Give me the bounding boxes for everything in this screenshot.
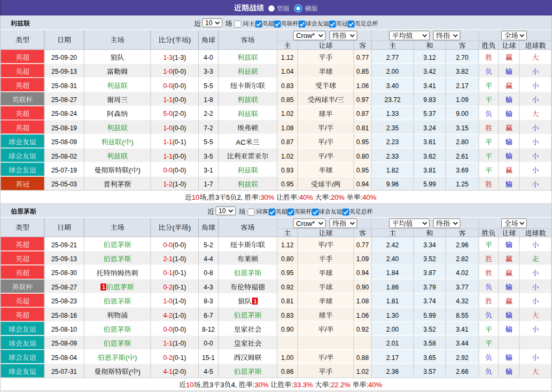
svg-text:0.94: 0.94	[356, 181, 369, 188]
svg-text:3.58: 3.58	[423, 340, 436, 347]
svg-text:(: (	[126, 354, 128, 362]
svg-text:0.95: 0.95	[281, 181, 294, 188]
svg-text:3: 3	[215, 193, 219, 201]
svg-text:3.61: 3.61	[423, 138, 436, 146]
svg-text:0.90: 0.90	[281, 326, 294, 333]
svg-text:23.72: 23.72	[385, 96, 401, 104]
svg-text:7-2: 7-2	[204, 124, 213, 132]
svg-text:1-1: 1-1	[163, 340, 173, 347]
svg-text:2.36: 2.36	[386, 368, 399, 375]
svg-text:2-1: 2-1	[163, 255, 173, 263]
svg-text:2.82: 2.82	[456, 255, 469, 263]
svg-text:): )	[189, 224, 191, 232]
svg-text:25-08-30: 25-08-30	[51, 269, 77, 277]
svg-text:0.83: 0.83	[281, 312, 294, 319]
svg-text:3.41: 3.41	[423, 82, 436, 90]
svg-text:6-7: 6-7	[204, 312, 213, 319]
svg-text:2.77: 2.77	[386, 54, 399, 61]
svg-text:(0-1): (0-1)	[173, 269, 186, 277]
svg-text:1-1: 1-1	[163, 96, 173, 104]
svg-text:(1-0): (1-0)	[173, 312, 186, 319]
svg-text:): )	[135, 354, 137, 362]
svg-text:40%: 40%	[362, 193, 376, 201]
svg-text:0.80: 0.80	[281, 255, 294, 263]
svg-text:0.88: 0.88	[356, 354, 369, 362]
svg-text:25-08-27: 25-08-27	[51, 284, 77, 291]
svg-text:25-07-31: 25-07-31	[51, 368, 77, 375]
svg-text:2.42: 2.42	[386, 241, 399, 249]
svg-text:4-0: 4-0	[204, 54, 213, 61]
svg-text:,: ,	[206, 193, 208, 201]
svg-text:(1-3): (1-3)	[173, 54, 186, 61]
svg-text:(1-0): (1-0)	[173, 297, 186, 305]
svg-text:3.79: 3.79	[423, 284, 436, 291]
svg-text:3.81: 3.81	[423, 167, 436, 174]
svg-text:3.40: 3.40	[386, 82, 399, 90]
svg-text:1.00: 1.00	[281, 354, 294, 362]
svg-text:8-3: 8-3	[204, 297, 213, 305]
svg-text:25-08-23: 25-08-23	[51, 297, 77, 305]
svg-text:0-0: 0-0	[163, 82, 173, 90]
svg-text:1-3: 1-3	[163, 54, 173, 61]
svg-text:(0-0): (0-0)	[173, 326, 186, 333]
svg-text:5-5: 5-5	[204, 138, 213, 146]
svg-text:1.84: 1.84	[386, 269, 399, 277]
svg-text:(0-1): (0-1)	[173, 138, 186, 146]
svg-text:/: /	[325, 138, 327, 146]
svg-text:1.04: 1.04	[281, 68, 294, 75]
svg-text:2.66: 2.66	[456, 368, 469, 375]
svg-text:): )	[138, 368, 141, 376]
svg-text:(0-0): (0-0)	[173, 241, 186, 249]
svg-text:(0-1): (0-1)	[173, 284, 186, 291]
svg-text:(0-1): (0-1)	[173, 354, 186, 362]
svg-text:1.08: 1.08	[356, 297, 369, 305]
svg-text:0.95: 0.95	[356, 167, 369, 174]
svg-text:1-0: 1-0	[163, 297, 173, 305]
svg-text:0.85: 0.85	[356, 68, 369, 75]
svg-text:Crow*: Crow*	[296, 219, 315, 228]
svg-text:40%: 40%	[299, 193, 313, 201]
svg-text:3.87: 3.87	[423, 269, 436, 277]
svg-text:20%: 20%	[331, 193, 345, 201]
svg-text:25-09-20: 25-09-20	[51, 54, 77, 61]
svg-text:2.17: 2.17	[386, 354, 399, 362]
svg-text:2.40: 2.40	[386, 255, 399, 263]
svg-text:0.80: 0.80	[356, 153, 369, 160]
svg-text:2.70: 2.70	[456, 54, 469, 61]
svg-text:1.30: 1.30	[386, 312, 399, 319]
svg-text:10: 10	[219, 207, 226, 215]
svg-text:8.55: 8.55	[456, 312, 469, 319]
svg-text:3.77: 3.77	[456, 284, 469, 291]
svg-text:1.06: 1.06	[356, 82, 369, 90]
svg-text:1.25: 1.25	[456, 181, 469, 188]
svg-text:3.41: 3.41	[456, 326, 469, 333]
svg-text:4-1: 4-1	[163, 368, 173, 375]
svg-text:0.83: 0.83	[281, 82, 294, 90]
svg-text:3.62: 3.62	[423, 153, 436, 160]
svg-text:2.23: 2.23	[386, 138, 399, 146]
svg-text:3.15: 3.15	[456, 124, 469, 132]
svg-text:1.33: 1.33	[386, 110, 399, 117]
svg-text:3: 3	[220, 381, 224, 389]
svg-text:5.99: 5.99	[423, 181, 436, 188]
svg-text:25-08-16: 25-08-16	[51, 312, 77, 319]
svg-text:3.65: 3.65	[423, 354, 436, 362]
svg-text:(1-0): (1-0)	[173, 255, 186, 263]
svg-text:30%: 30%	[255, 381, 269, 389]
svg-text:0.90: 0.90	[356, 284, 369, 291]
svg-text:0.81: 0.81	[356, 124, 369, 132]
svg-text:(2-0): (2-0)	[173, 368, 186, 375]
svg-text:0.92: 0.92	[281, 284, 294, 291]
svg-text:1-0: 1-0	[163, 124, 173, 132]
svg-text:1-2: 1-2	[163, 181, 173, 188]
svg-text:1.12: 1.12	[281, 54, 294, 61]
svg-text:25-05-03: 25-05-03	[51, 181, 77, 188]
svg-text:25-08-19: 25-08-19	[51, 124, 77, 132]
svg-text:0.95: 0.95	[281, 269, 294, 277]
svg-text:22.2%: 22.2%	[331, 381, 351, 389]
svg-text:1-8: 1-8	[204, 96, 213, 104]
svg-text:0.94: 0.94	[356, 269, 369, 277]
svg-text:4-2: 4-2	[163, 312, 173, 319]
svg-text:0.97: 0.97	[356, 96, 369, 104]
svg-text:(: (	[129, 166, 131, 174]
